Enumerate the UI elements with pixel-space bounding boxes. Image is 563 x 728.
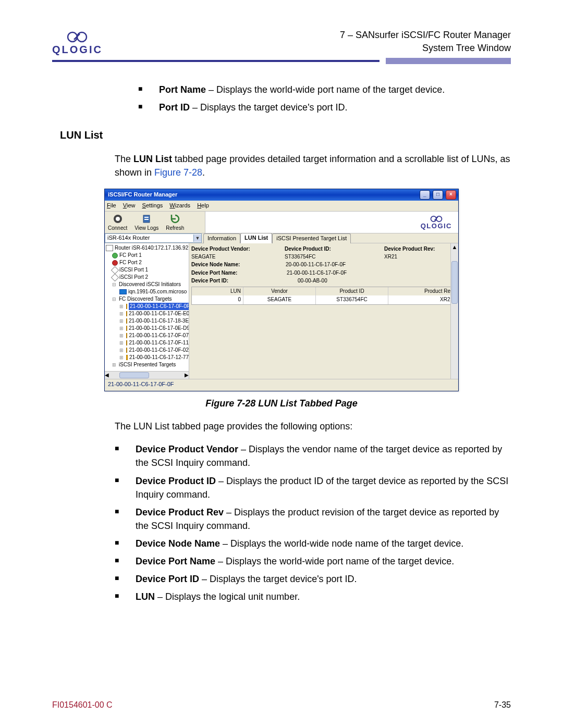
menubar[interactable]: File View Settings Wizards Help	[105, 201, 458, 212]
tree-view[interactable]: Router iSR-6140:172.17.136.92 FC Port 1 …	[105, 243, 189, 379]
menu-view[interactable]: View	[123, 202, 136, 208]
list-item: Port ID – Displays the target device's p…	[138, 101, 511, 114]
maximize-button[interactable]: □	[433, 190, 443, 200]
initiator-icon	[119, 289, 127, 294]
list-item: Device Port Name – Displays the world-wi…	[115, 554, 511, 568]
host-icon	[106, 245, 113, 251]
figure-link[interactable]: Figure 7-28	[154, 167, 202, 178]
doc-number: FI0154601-00 C	[52, 700, 113, 710]
page-number: 7-35	[494, 700, 511, 710]
qlogic-logo: QLOGIC	[52, 31, 103, 55]
menu-help[interactable]: Help	[197, 202, 209, 208]
horizontal-scrollbar[interactable]: ◀▶	[105, 371, 189, 379]
target-icon	[126, 304, 127, 309]
header-line2: System Tree Window	[340, 42, 511, 55]
svg-rect-5	[144, 217, 149, 218]
close-button[interactable]: ×	[446, 190, 456, 200]
header-right: 7 – SANsurfer iSCSI/FC Router Manager Sy…	[340, 29, 511, 55]
tab-lunlist[interactable]: LUN List	[240, 233, 272, 243]
port-icon	[111, 273, 119, 281]
combo-value: iSR-614x Router	[107, 234, 150, 242]
option-bullets: Device Product Vendor – Displays the ven…	[52, 442, 511, 603]
chevron-down-icon: ▼	[193, 235, 201, 242]
header-rule	[52, 60, 511, 62]
list-item: Device Node Name – Displays the world-wi…	[115, 537, 511, 550]
target-icon	[126, 333, 127, 338]
minimize-button[interactable]: _	[420, 190, 430, 200]
list-item: Port Name – Displays the world-wide port…	[138, 83, 511, 96]
after-para: The LUN List tabbed page provides the fo…	[115, 419, 511, 433]
viewlogs-button[interactable]: View Logs	[134, 214, 158, 232]
svg-point-3	[116, 217, 120, 221]
svg-point-8	[436, 216, 442, 222]
toolbar: Connect View Logs Refresh	[105, 212, 205, 233]
target-icon	[126, 340, 127, 346]
titlebar[interactable]: iSCSI/FC Router Manager _ □ ×	[105, 189, 458, 201]
logs-icon	[141, 214, 152, 224]
qlogic-mark-icon	[429, 215, 444, 223]
menu-file[interactable]: File	[107, 202, 116, 208]
target-icon	[126, 355, 128, 360]
menu-settings[interactable]: Settings	[142, 202, 163, 208]
header-line1: 7 – SANsurfer iSCSI/FC Router Manager	[340, 29, 511, 42]
target-icon	[126, 326, 127, 331]
figure-caption: Figure 7-28 LUN List Tabbed Page	[52, 397, 511, 410]
refresh-icon	[170, 214, 180, 224]
port-icon	[112, 253, 118, 258]
lun-table[interactable]: LUN Vendor Product ID Product Rev 0 SEAG…	[191, 287, 456, 305]
target-icon	[126, 311, 127, 316]
main-pane: Device Product Vendor: SEAGATE Device Pr…	[189, 243, 458, 379]
menu-wizards[interactable]: Wizards	[169, 202, 190, 208]
list-item: Device Product ID – Displays the product…	[115, 474, 511, 501]
list-item: Device Product Vendor – Displays the ven…	[115, 442, 511, 470]
window-title: iSCSI/FC Router Manager	[108, 191, 177, 199]
tab-information[interactable]: Information	[203, 233, 240, 243]
port-icon	[112, 260, 118, 266]
connect-button[interactable]: Connect	[108, 214, 127, 232]
router-combo[interactable]: iSR-614x Router ▼	[105, 233, 202, 243]
table-header: LUN Vendor Product ID Product Rev	[192, 287, 456, 296]
vertical-scrollbar[interactable]: ▲	[450, 243, 458, 379]
page-header: QLOGIC 7 – SANsurfer iSCSI/FC Router Man…	[52, 29, 511, 55]
app-window: iSCSI/FC Router Manager _ □ × File View …	[104, 189, 459, 391]
list-item: Device Port ID – Displays the target dev…	[115, 572, 511, 586]
svg-point-1	[77, 32, 87, 42]
svg-rect-6	[144, 219, 149, 220]
list-item: Device Product Rev – Displays the produc…	[115, 505, 511, 533]
connect-icon	[113, 214, 123, 224]
port-icon	[111, 266, 119, 274]
target-icon	[126, 318, 127, 324]
window-buttons: _ □ ×	[419, 190, 456, 200]
brand-text: QLOGIC	[52, 44, 103, 55]
device-info: Device Product Vendor: SEAGATE Device Pr…	[191, 245, 456, 285]
figure-screenshot: iSCSI/FC Router Manager _ □ × File View …	[104, 189, 459, 391]
statusbar: 21-00-00-11-C6-17-0F-0F	[105, 379, 458, 391]
page-footer: FI0154601-00 C 7-35	[52, 700, 511, 710]
list-item: LUN – Displays the logical unit number.	[115, 590, 511, 603]
qlogic-mark-icon	[66, 31, 88, 43]
section-heading: LUN List	[60, 128, 511, 143]
section-para: The LUN List tabbed page provides detail…	[115, 152, 511, 179]
target-icon	[126, 348, 127, 353]
intro-bullets: Port Name – Displays the world-wide port…	[52, 83, 511, 114]
tabstrip: Information LUN List iSCSI Presented Tar…	[202, 233, 458, 243]
table-row[interactable]: 0 SEAGATE ST336754FC XR21	[192, 295, 456, 304]
brand-area: QLOGIC	[205, 212, 458, 233]
tab-iscsi-presented[interactable]: iSCSI Presented Target List	[272, 233, 351, 243]
refresh-button[interactable]: Refresh	[166, 214, 184, 232]
